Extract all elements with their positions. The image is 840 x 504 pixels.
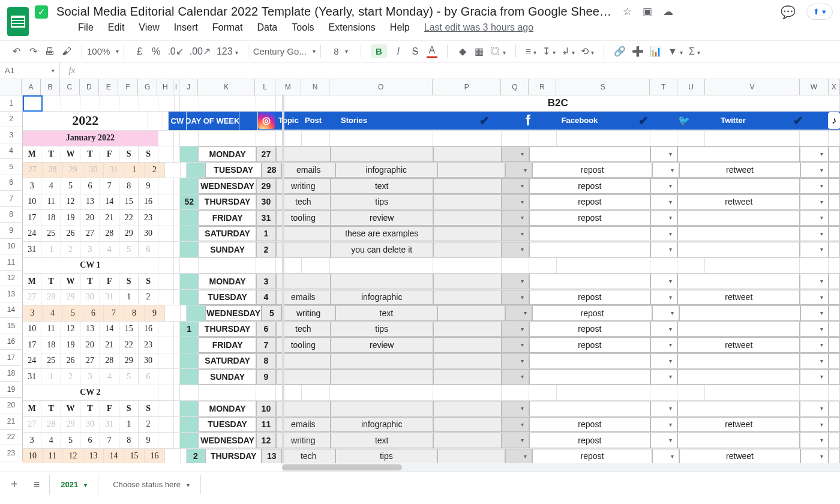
col-header[interactable]: H	[157, 79, 173, 95]
post-cell[interactable]: text	[335, 305, 437, 321]
last-edit-link[interactable]: Last edit was 3 hours ago	[424, 22, 533, 33]
strike-button[interactable]: S	[410, 46, 421, 57]
move-icon[interactable]: ▣	[643, 5, 652, 18]
stories-cell[interactable]	[433, 274, 502, 289]
twitter-status-dropdown[interactable]	[800, 353, 829, 369]
stories-cell[interactable]	[433, 337, 502, 353]
col-header[interactable]: O	[329, 79, 433, 95]
col-header[interactable]: E	[99, 79, 118, 95]
facebook-cell[interactable]: repost	[529, 322, 650, 337]
stories-status-dropdown[interactable]	[502, 290, 529, 305]
twitter-cell[interactable]	[677, 401, 800, 416]
twitter-cell[interactable]	[677, 226, 800, 242]
twitter-cell[interactable]	[677, 433, 800, 448]
menu-data[interactable]: Data	[257, 22, 277, 33]
comment-icon[interactable]: ➕	[632, 46, 644, 57]
twitter-cell[interactable]	[677, 178, 800, 194]
dec-decrease-icon[interactable]: .0↙	[167, 46, 183, 57]
font-select[interactable]: Century Go...	[253, 46, 316, 56]
sheets-logo-icon[interactable]	[7, 7, 29, 36]
topic-cell[interactable]: tech	[281, 449, 335, 464]
twitter-cell[interactable]	[677, 274, 800, 289]
post-cell[interactable]: tips	[331, 194, 433, 210]
row-header[interactable]: 12	[0, 271, 23, 287]
row-header[interactable]: 6	[0, 175, 23, 191]
menu-extensions[interactable]: Extensions	[329, 22, 376, 33]
col-header[interactable]: S	[556, 79, 650, 95]
stories-status-dropdown[interactable]	[505, 449, 532, 464]
post-cell[interactable]: review	[331, 210, 433, 226]
twitter-status-dropdown[interactable]	[800, 226, 829, 242]
facebook-status-dropdown[interactable]	[650, 226, 678, 242]
post-cell[interactable]	[331, 353, 433, 369]
text-color-button[interactable]: A	[427, 45, 437, 58]
col-header[interactable]: L	[255, 79, 275, 95]
post-cell[interactable]: infographic	[331, 290, 433, 305]
star-icon[interactable]: ☆	[623, 5, 632, 18]
facebook-status-dropdown[interactable]	[650, 274, 678, 289]
sheet-tab-status[interactable]: Choose status here	[102, 475, 201, 494]
row-header[interactable]: 23	[0, 445, 23, 461]
twitter-cell[interactable]	[679, 305, 800, 321]
facebook-status-dropdown[interactable]	[652, 449, 679, 464]
row-header[interactable]: 11	[0, 254, 23, 271]
row-header[interactable]: 15	[0, 318, 23, 334]
row-header[interactable]: 1	[0, 95, 23, 112]
twitter-status-dropdown[interactable]	[800, 449, 829, 464]
stories-status-dropdown[interactable]	[502, 146, 529, 162]
stories-cell[interactable]	[433, 210, 502, 226]
doc-title[interactable]: Social Media Editorial Calendar 2022 Tem…	[56, 5, 614, 19]
twitter-status-dropdown[interactable]	[800, 401, 829, 416]
facebook-status-dropdown[interactable]	[650, 290, 678, 305]
link-icon[interactable]: 🔗	[614, 46, 626, 57]
zoom-select[interactable]: 100%	[87, 46, 119, 56]
twitter-cell[interactable]	[677, 146, 800, 162]
horizontal-scrollbar[interactable]	[282, 463, 840, 472]
col-header[interactable]: V	[705, 79, 800, 95]
stories-status-dropdown[interactable]	[502, 194, 529, 210]
facebook-cell[interactable]: repost	[529, 210, 650, 226]
col-header[interactable]: Q	[501, 79, 529, 95]
post-cell[interactable]: tips	[335, 449, 437, 464]
print-icon[interactable]: 🖶	[44, 46, 55, 57]
twitter-status-dropdown[interactable]	[800, 242, 829, 257]
facebook-status-dropdown[interactable]	[652, 305, 679, 321]
twitter-status-dropdown[interactable]	[800, 178, 829, 194]
facebook-cell[interactable]	[529, 353, 650, 369]
twitter-cell[interactable]: retweet	[679, 449, 800, 464]
row-header[interactable]: 10	[0, 239, 23, 255]
twitter-status-dropdown[interactable]	[800, 433, 829, 448]
twitter-cell[interactable]	[677, 242, 800, 257]
row-header[interactable]: 16	[0, 334, 23, 350]
post-cell[interactable]	[331, 369, 433, 385]
facebook-cell[interactable]: repost	[529, 417, 650, 433]
row-header[interactable]: 21	[0, 413, 23, 430]
twitter-status-dropdown[interactable]	[800, 146, 829, 162]
row-header[interactable]: 14	[0, 302, 23, 319]
post-cell[interactable]: these are examples	[331, 226, 433, 242]
stories-status-dropdown[interactable]	[502, 433, 529, 448]
facebook-status-dropdown[interactable]	[650, 322, 678, 337]
topic-cell[interactable]: writing	[281, 305, 335, 321]
facebook-status-dropdown[interactable]	[652, 163, 679, 178]
row-header[interactable]: 2	[0, 112, 23, 128]
twitter-cell[interactable]: retweet	[677, 337, 800, 353]
row-header[interactable]: 8	[0, 207, 23, 223]
menu-insert[interactable]: Insert	[174, 22, 198, 33]
post-cell[interactable]	[331, 401, 433, 416]
bold-button[interactable]: B	[371, 44, 387, 58]
cloud-status-icon[interactable]: ☁	[663, 5, 673, 18]
col-header[interactable]: K	[198, 79, 255, 95]
stories-cell[interactable]	[433, 353, 502, 369]
facebook-status-dropdown[interactable]	[650, 210, 678, 226]
post-cell[interactable]	[331, 146, 433, 162]
rotate-icon[interactable]: ⟲	[581, 46, 594, 57]
select-all-corner[interactable]	[0, 79, 22, 95]
functions-icon[interactable]: Σ	[689, 46, 700, 57]
facebook-cell[interactable]	[529, 369, 650, 385]
stories-status-dropdown[interactable]	[505, 163, 532, 178]
facebook-status-dropdown[interactable]	[650, 178, 678, 194]
more-formats[interactable]: 123	[217, 46, 238, 57]
stories-cell[interactable]	[433, 401, 502, 416]
sheet-tab-active[interactable]: 2021	[49, 474, 98, 496]
